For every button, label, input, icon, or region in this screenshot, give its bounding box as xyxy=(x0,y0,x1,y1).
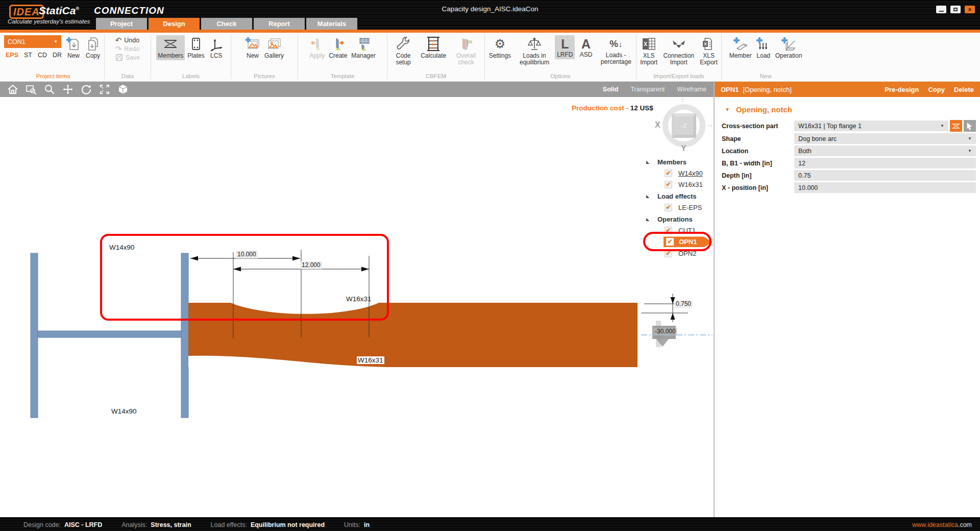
minimize-button[interactable] xyxy=(936,6,946,13)
view-toolbar: Solid Transparent Wireframe xyxy=(0,82,714,97)
home-icon[interactable] xyxy=(7,84,18,95)
section-opening-notch[interactable]: ▼ Opening, notch xyxy=(725,105,976,114)
main-area: Solid Transparent Wireframe xyxy=(0,82,980,517)
expander-icon[interactable]: ◣ xyxy=(646,194,652,199)
tree-item-w14x90[interactable]: ✔W14x90 xyxy=(665,170,703,177)
loads-percentage-button[interactable]: %↓ Loads - percentage xyxy=(597,35,635,66)
gallery-button[interactable]: Gallery xyxy=(263,35,285,60)
tab-design[interactable]: Design xyxy=(149,18,200,30)
member-label-w14x90-bottom: W14x90 xyxy=(111,407,137,415)
cross-section-part-dropdown[interactable]: W16x31 | Top flange 1▼ xyxy=(794,120,948,131)
maximize-button[interactable] xyxy=(950,6,961,13)
shape-dropdown[interactable]: Dog bone arc▼ xyxy=(794,133,976,144)
delete-operation-button[interactable]: Delete xyxy=(954,86,974,93)
lrfd-button[interactable]: L LRFD xyxy=(555,35,575,59)
model-canvas[interactable]: W14x90 W14x90 W16x31 W16x31 10.000 12.00… xyxy=(0,97,714,517)
scale-icon xyxy=(527,36,542,52)
pan-icon[interactable] xyxy=(62,84,74,95)
tree-item-w16x31[interactable]: ✔W16x31 xyxy=(665,181,703,188)
cross-section-picker-button[interactable] xyxy=(950,120,962,132)
new-operation-button[interactable]: Operation xyxy=(774,35,804,60)
checkbox-checked-icon[interactable]: ✔ xyxy=(665,170,672,177)
create-template-button[interactable]: Create xyxy=(327,35,349,60)
width-input[interactable]: 12 xyxy=(794,158,976,168)
rotate-icon[interactable] xyxy=(81,84,92,95)
tab-report[interactable]: Report xyxy=(254,18,305,30)
property-row-width: B, B1 - width [in] 12 xyxy=(722,158,976,168)
view-mode-wireframe[interactable]: Wireframe xyxy=(677,86,706,93)
apply-template-button[interactable]: Apply xyxy=(308,35,326,60)
checkbox-checked-icon[interactable]: ✔ xyxy=(665,204,672,211)
tree-item-le-eps[interactable]: ✔LE-EPS xyxy=(665,204,702,211)
loads-in-equilibrium-button[interactable]: Loads in equilibrium xyxy=(515,35,554,67)
ribbon-separator xyxy=(387,35,387,79)
template-manager-button[interactable]: Manager xyxy=(350,35,377,60)
new-load-button[interactable]: Load xyxy=(754,35,773,60)
mode-st[interactable]: ST xyxy=(24,52,32,59)
plate-icon xyxy=(188,36,204,52)
solid-view-icon[interactable] xyxy=(117,84,129,95)
settings-button[interactable]: ⚙ Settings xyxy=(486,35,514,60)
properties-body: ▼ Opening, notch Cross-section part W16x… xyxy=(715,97,980,517)
zoom-fit-icon[interactable] xyxy=(99,84,110,95)
tab-project[interactable]: Project xyxy=(96,18,147,30)
orientation-widget[interactable]: -Z X Y ↑ → xyxy=(658,101,709,152)
depth-input[interactable]: 0.75 xyxy=(794,170,976,181)
copy-project-item-button[interactable]: Copy xyxy=(84,35,102,60)
mode-eps[interactable]: EPS xyxy=(6,52,18,59)
new-project-item-button[interactable]: New xyxy=(64,35,83,60)
connection-import-button[interactable]: Connection Import xyxy=(661,35,696,67)
tree-section-members[interactable]: Members xyxy=(657,158,687,166)
redo-button[interactable]: ↷Redo xyxy=(115,45,140,53)
window-controls: × xyxy=(936,6,975,13)
calculate-button[interactable]: Calculate xyxy=(419,35,448,60)
zoom-icon[interactable] xyxy=(44,84,55,95)
copy-operation-button[interactable]: Copy xyxy=(928,86,945,93)
close-icon: × xyxy=(968,6,971,13)
x-position-input[interactable]: 10.000 xyxy=(794,182,976,193)
tab-materials[interactable]: Materials xyxy=(306,18,357,30)
manager-icon xyxy=(356,36,371,52)
status-bar: Design code:AISC - LRFD Analysis:Stress,… xyxy=(0,517,980,531)
expander-icon[interactable]: ◣ xyxy=(646,160,652,164)
new-member-button[interactable]: Member xyxy=(728,35,753,60)
close-button[interactable]: × xyxy=(965,6,975,13)
tab-check[interactable]: Check xyxy=(201,18,252,30)
new-picture-button[interactable]: New xyxy=(243,35,262,60)
code-setup-button[interactable]: Code setup xyxy=(388,35,418,67)
website-link[interactable]: www.ideastatica.com xyxy=(912,521,972,528)
main-tabs: Project Design Check Report Materials xyxy=(96,18,357,30)
mode-cd[interactable]: CD xyxy=(38,52,47,59)
ribbon-separator xyxy=(151,35,151,79)
zoom-window-icon[interactable] xyxy=(26,84,37,95)
predesign-button[interactable]: Pre-design xyxy=(885,86,919,93)
checkbox-checked-icon[interactable]: ✔ xyxy=(665,181,672,188)
annotation-oval xyxy=(643,232,712,251)
plates-labels-button[interactable]: Plates xyxy=(186,35,206,60)
asd-button[interactable]: A ASD xyxy=(576,35,596,59)
xls-import-button[interactable]: X XLS Import xyxy=(638,35,660,67)
undo-button[interactable]: ↶Undo xyxy=(115,36,140,44)
group-label-options: Options xyxy=(486,73,635,81)
view-mode-transparent[interactable]: Transparent xyxy=(630,86,665,93)
tree-section-load-effects[interactable]: Load effects xyxy=(657,192,697,200)
section-title: Opening, notch xyxy=(736,105,792,114)
ribbon-separator xyxy=(298,35,298,79)
view-mode-solid[interactable]: Solid xyxy=(603,86,619,93)
select-in-scene-button[interactable] xyxy=(964,120,976,132)
expander-icon[interactable]: ◣ xyxy=(646,217,652,222)
group-label-data: Data xyxy=(106,73,150,81)
connection-selector[interactable]: CON1▼ xyxy=(4,35,61,48)
save-button[interactable]: Save xyxy=(115,54,140,61)
tree-section-operations[interactable]: Operations xyxy=(657,215,693,223)
members-labels-button[interactable]: Members xyxy=(156,35,185,60)
xls-export-button[interactable]: X XLS Export xyxy=(697,35,720,67)
new-load-label: Load xyxy=(756,53,770,59)
mode-dr[interactable]: DR xyxy=(53,52,62,59)
overall-check-button[interactable]: Overall check xyxy=(449,35,483,67)
lcs-labels-button[interactable]: LCS xyxy=(207,35,226,60)
status-label: Units: xyxy=(344,521,360,528)
location-dropdown[interactable]: Both▼ xyxy=(794,146,976,156)
product-name: CONNECTION xyxy=(94,5,164,16)
property-value: 10.000 xyxy=(798,184,818,191)
